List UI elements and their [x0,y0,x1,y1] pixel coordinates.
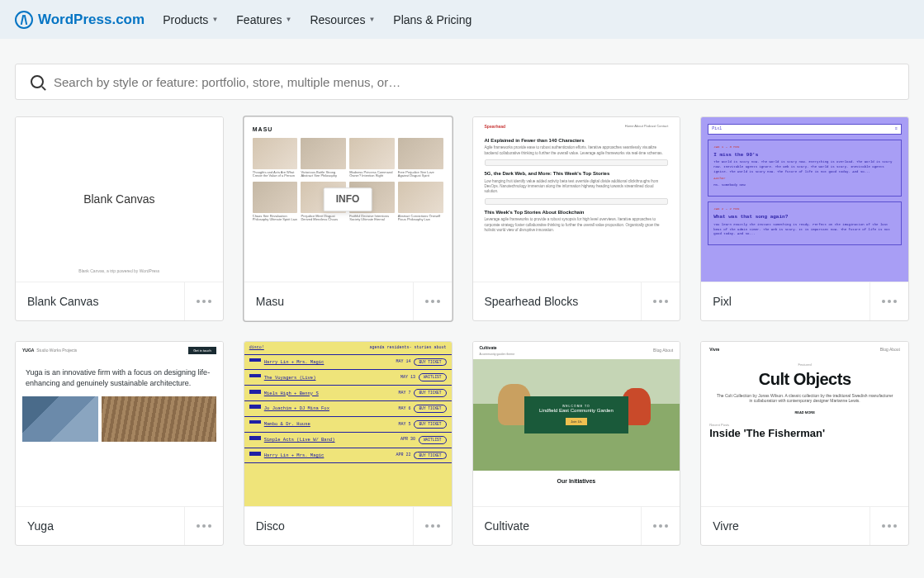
preview-subtitle: Blank Canvas, a trip powered by WordPres… [78,268,159,274]
theme-card-pixl[interactable]: Pixl ≡ JAN 1 - 3 MIN I miss the 90's The… [700,116,909,321]
chevron-down-icon: ▼ [286,16,292,23]
theme-preview: disco! agenda residents· stories about H… [244,342,452,506]
building-image-icon [102,396,216,442]
preview-title: Blank Canvas [83,192,154,206]
more-button[interactable] [641,282,680,320]
more-button[interactable] [413,507,452,545]
flag-icon [249,374,261,381]
theme-card-vivre[interactable]: Vivre Blog About Featured Cult Objects T… [700,341,909,546]
theme-name: Blank Canvas [27,295,98,308]
theme-preview: Vivre Blog About Featured Cult Objects T… [701,342,908,506]
more-button[interactable] [870,507,908,545]
theme-card-spearhead-blocks[interactable]: Spearhead Home About Podcast Contact AI … [472,116,681,321]
card-footer: Pixl [701,282,908,320]
theme-preview: YUGA Studio Works Projects Get in touch … [16,342,223,506]
flag-icon [249,436,261,443]
theme-preview: CultivateA community garden theme Blog A… [473,342,680,506]
logo-text: WordPress.com [38,12,145,28]
info-badge[interactable]: INFO [324,187,372,212]
preview-brand: MASU [253,126,443,133]
menu-icon: ≡ [895,126,898,132]
flag-icon [249,452,261,459]
theme-name: Masu [256,295,284,308]
search-bar[interactable] [15,64,909,100]
theme-grid: Blank Canvas Blank Canvas, a trip powere… [0,116,924,561]
theme-name: Disco [256,519,285,533]
search-area [0,39,924,116]
nav-resources[interactable]: Resources ▼ [310,13,375,26]
nav-plans-pricing[interactable]: Plans & Pricing [393,13,471,26]
nav-features[interactable]: Features ▼ [236,13,291,26]
theme-preview: Pixl ≡ JAN 1 - 3 MIN I miss the 90's The… [701,117,908,282]
flag-icon [249,420,261,428]
theme-name: Cultivate [485,519,529,533]
flag-icon [249,390,261,397]
card-footer: Yuga [16,506,223,545]
card-footer: Vivre [701,506,908,545]
card-footer: Cultivate [473,506,680,545]
card-footer: Masu [244,282,452,320]
audio-bar-icon [485,198,669,205]
theme-card-blank-canvas[interactable]: Blank Canvas Blank Canvas, a trip powere… [15,116,224,321]
more-button[interactable] [184,282,223,320]
theme-preview: MASU Thoughts and Acts Are What Create t… [244,117,452,282]
chevron-down-icon: ▼ [211,16,218,23]
logo[interactable]: WordPress.com [15,11,145,29]
theme-name: Vivre [713,519,739,533]
chevron-down-icon: ▼ [368,16,375,23]
theme-preview: Spearhead Home About Podcast Contact AI … [473,117,680,282]
more-button[interactable] [184,507,223,545]
more-button[interactable] [870,282,908,320]
theme-name: Yuga [27,519,54,533]
theme-name: Pixl [713,295,732,308]
theme-card-masu[interactable]: MASU Thoughts and Acts Are What Create t… [244,116,453,321]
theme-preview: Blank Canvas Blank Canvas, a trip powere… [16,117,223,282]
top-header: WordPress.com Products ▼ Features ▼ Reso… [0,0,924,39]
card-footer: Disco [244,506,452,545]
theme-card-disco[interactable]: disco! agenda residents· stories about H… [244,341,453,546]
audio-bar-icon [485,159,669,166]
theme-name: Spearhead Blocks [485,295,579,308]
search-icon [31,75,44,88]
more-button[interactable] [641,507,680,545]
more-button[interactable] [413,282,452,320]
nav-products[interactable]: Products ▼ [163,13,218,26]
building-image-icon [22,396,98,442]
theme-card-yuga[interactable]: YUGA Studio Works Projects Get in touch … [15,341,224,546]
wordpress-icon [15,11,33,29]
card-footer: Spearhead Blocks [473,282,680,320]
search-input[interactable] [54,75,893,89]
theme-card-cultivate[interactable]: CultivateA community garden theme Blog A… [472,341,681,546]
flag-icon [249,358,261,366]
flag-icon [249,405,261,412]
card-footer: Blank Canvas [16,282,223,320]
